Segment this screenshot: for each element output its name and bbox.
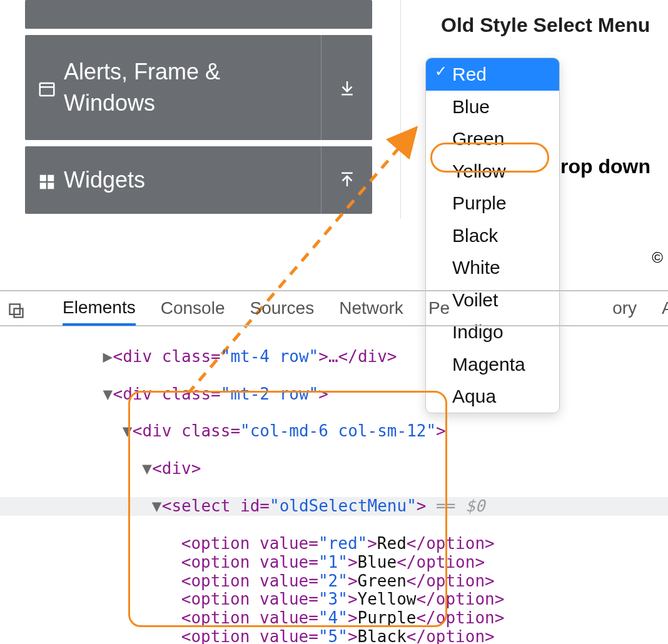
select-option[interactable]: White: [426, 251, 559, 284]
tab-elements[interactable]: Elements: [63, 292, 136, 326]
partial-label: rop down: [560, 155, 650, 178]
collapse-toggle[interactable]: [321, 35, 372, 140]
tab-network[interactable]: Network: [339, 291, 403, 325]
dom-selected-marker: ==: [426, 496, 465, 515]
select-option[interactable]: Blue: [426, 91, 559, 123]
dom-tag[interactable]: <div class=: [113, 347, 221, 366]
sidebar-item-stub[interactable]: [25, 0, 372, 29]
disclosure-triangle-icon[interactable]: ▶: [103, 348, 113, 366]
svg-rect-8: [14, 309, 23, 318]
widgets-icon: [38, 171, 56, 189]
dom-tag: >: [318, 385, 328, 403]
devtools-panel: Elements Console Sources Network Pe ory …: [0, 290, 668, 644]
sidebar: Alerts, Frame & Windows Widgets: [25, 0, 372, 220]
select-option[interactable]: Purple: [426, 187, 559, 219]
devtools-tabs: Elements Console Sources Network Pe ory …: [0, 291, 668, 326]
svg-rect-0: [40, 83, 54, 96]
dom-option-node[interactable]: <option value="3">Yellow</option>: [0, 590, 668, 609]
copyright: ©: [652, 249, 663, 266]
sidebar-item-label-2: Windows: [64, 88, 220, 119]
svg-rect-7: [10, 304, 20, 314]
dom-tag[interactable]: <select id=: [162, 496, 270, 515]
dom-attr-value: "col-md-6 col-sm-12": [240, 421, 436, 440]
sidebar-item-widgets[interactable]: Widgets: [25, 146, 372, 214]
tab-memory[interactable]: ory: [612, 291, 637, 325]
section-heading: Old Style Select Menu: [441, 14, 668, 37]
inspect-element-button[interactable]: [5, 299, 28, 322]
dom-option-node[interactable]: <option value="5">Black</option>: [0, 628, 668, 644]
dom-tag: >: [436, 421, 446, 440]
dom-tag[interactable]: <div class=: [113, 385, 221, 403]
select-option[interactable]: Red: [426, 58, 559, 91]
select-option[interactable]: Green: [426, 123, 559, 155]
dom-option-node[interactable]: <option value="1">Blue</option>: [0, 553, 668, 572]
svg-rect-4: [40, 183, 46, 189]
dom-tree[interactable]: ▶<div class="mt-4 row">…</div> ▼<div cla…: [0, 326, 668, 644]
dom-attr-value: "mt-4 row": [221, 347, 319, 366]
svg-rect-2: [40, 175, 46, 181]
collapse-toggle[interactable]: [321, 146, 372, 214]
disclosure-triangle-icon[interactable]: ▼: [103, 385, 113, 404]
sidebar-item-alerts-frame-windows[interactable]: Alerts, Frame & Windows: [25, 35, 372, 140]
svg-rect-3: [48, 175, 54, 181]
window-icon: [38, 78, 56, 97]
dom-tag[interactable]: <div>: [152, 459, 201, 478]
tab-sources[interactable]: Sources: [250, 291, 314, 325]
dom-option-node[interactable]: <option value="2">Green</option>: [0, 572, 668, 591]
tab-console[interactable]: Console: [161, 291, 225, 325]
svg-rect-5: [48, 183, 54, 189]
dom-tag[interactable]: <div class=: [133, 421, 240, 440]
content-area: Old Style Select Menu: [400, 0, 668, 37]
dom-attr-value: "mt-2 row": [221, 385, 319, 403]
select-option[interactable]: Black: [426, 219, 559, 252]
select-option[interactable]: Yellow: [426, 155, 559, 188]
sidebar-item-label: Widgets: [64, 167, 145, 193]
dom-tag: >…</div>: [318, 347, 397, 366]
dom-selected-ref: $0: [465, 496, 485, 515]
dom-tag: >: [417, 496, 427, 515]
tab-application[interactable]: Applicati: [662, 291, 668, 325]
disclosure-triangle-icon[interactable]: ▼: [123, 422, 133, 441]
disclosure-triangle-icon[interactable]: ▼: [142, 460, 152, 478]
dom-option-node[interactable]: <option value="4">Purple</option>: [0, 609, 668, 628]
disclosure-triangle-icon[interactable]: ▼: [152, 497, 162, 516]
dom-option-node[interactable]: <option value="red">Red</option>: [0, 535, 668, 553]
tab-performance[interactable]: Pe: [428, 291, 450, 325]
sidebar-item-label: Alerts, Frame &: [64, 56, 220, 88]
dom-attr-value: "oldSelectMenu": [270, 496, 417, 515]
